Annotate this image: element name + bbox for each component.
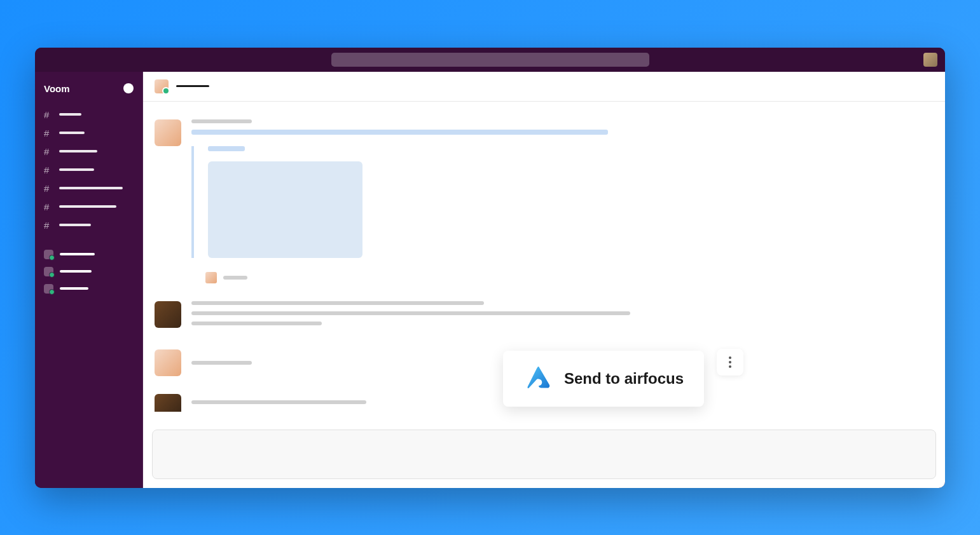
dm-item[interactable] xyxy=(35,246,142,263)
workspace-name: Voom xyxy=(44,83,70,94)
hash-icon: # xyxy=(44,109,53,120)
message-avatar xyxy=(155,301,181,328)
message-avatar xyxy=(155,394,181,412)
svg-point-0 xyxy=(535,379,542,386)
dm-label xyxy=(60,270,92,273)
attachment-block xyxy=(191,146,934,258)
message[interactable] xyxy=(155,119,934,283)
channel-label xyxy=(59,150,97,152)
dm-section xyxy=(35,246,142,297)
message-author xyxy=(191,119,252,123)
message-text xyxy=(191,311,630,315)
channels-section: # # # # # xyxy=(35,105,142,234)
attachment-label xyxy=(208,146,245,151)
titlebar xyxy=(35,48,945,72)
thread-reply[interactable] xyxy=(205,272,934,283)
channel-header[interactable] xyxy=(143,72,945,102)
context-menu: Send to airfocus xyxy=(503,351,743,407)
message-content xyxy=(191,119,934,283)
message-text xyxy=(191,322,322,325)
message-content xyxy=(191,301,934,332)
hash-icon: # xyxy=(44,146,53,157)
dm-avatar xyxy=(44,284,53,294)
message-input[interactable] xyxy=(152,430,936,479)
channel-item[interactable]: # xyxy=(35,216,142,234)
more-icon xyxy=(729,356,731,368)
slack-window: Voom # # # # xyxy=(35,48,945,488)
message-author xyxy=(191,361,252,365)
more-actions-button[interactable] xyxy=(717,349,743,376)
send-to-airfocus-action[interactable]: Send to airfocus xyxy=(503,351,704,407)
dm-item[interactable] xyxy=(35,263,142,280)
thread-avatar xyxy=(205,272,217,283)
channel-item[interactable]: # xyxy=(35,105,142,124)
channel-item[interactable]: # xyxy=(35,198,142,216)
channel-item[interactable]: # xyxy=(35,142,142,161)
main-content: Send to airfocus xyxy=(143,72,945,488)
channel-label xyxy=(59,113,81,116)
channel-label xyxy=(59,224,91,226)
message-text xyxy=(191,301,484,305)
workspace-header[interactable]: Voom xyxy=(35,78,142,105)
message-avatar xyxy=(155,349,181,376)
user-avatar[interactable] xyxy=(923,53,937,67)
channel-label xyxy=(59,168,94,171)
tooltip-label: Send to airfocus xyxy=(564,370,684,388)
hash-icon: # xyxy=(44,183,53,194)
hash-icon: # xyxy=(44,128,53,139)
channel-label xyxy=(59,205,116,208)
message[interactable] xyxy=(155,301,934,332)
channel-item[interactable]: # xyxy=(35,161,142,179)
attachment-preview[interactable] xyxy=(208,161,362,258)
message-text xyxy=(191,400,366,404)
message-text-highlight xyxy=(191,130,608,135)
hash-icon: # xyxy=(44,165,53,175)
dm-item[interactable] xyxy=(35,280,142,297)
message-avatar xyxy=(155,119,181,146)
airfocus-icon xyxy=(523,363,554,394)
channel-label xyxy=(59,187,123,189)
channel-title xyxy=(176,85,209,87)
dm-label xyxy=(60,287,88,290)
compose-button[interactable] xyxy=(123,83,134,93)
dm-avatar xyxy=(44,250,53,259)
dm-label xyxy=(60,253,95,255)
messages-list: Send to airfocus xyxy=(143,102,945,430)
app-body: Voom # # # # xyxy=(35,72,945,488)
channel-label xyxy=(59,132,85,134)
hash-icon: # xyxy=(44,201,53,212)
channel-avatar-icon xyxy=(155,79,169,93)
hash-icon: # xyxy=(44,220,53,231)
channel-item[interactable]: # xyxy=(35,124,142,142)
dm-avatar xyxy=(44,267,53,276)
search-input[interactable] xyxy=(331,53,649,67)
thread-count xyxy=(223,276,247,280)
sidebar: Voom # # # # xyxy=(35,72,143,488)
channel-item[interactable]: # xyxy=(35,179,142,198)
